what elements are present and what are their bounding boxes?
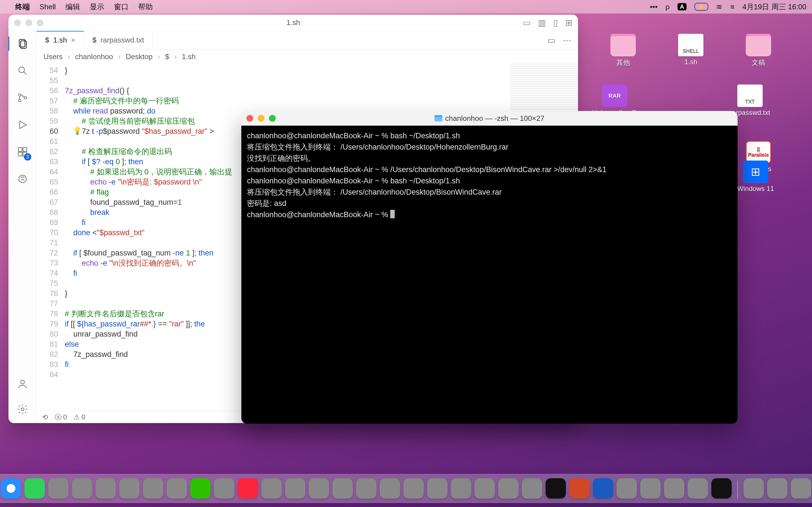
dock-app-appgeneric[interactable] (664, 478, 684, 499)
dock-app-word[interactable] (593, 478, 613, 499)
menu-extra-icon[interactable]: ρ (665, 3, 670, 11)
dock-app-music[interactable] (238, 478, 258, 499)
code-line[interactable]: 7z t -p$password "$has_passwd_rar" > (65, 126, 232, 136)
code-line[interactable]: fi (65, 268, 232, 278)
menubar-clock[interactable]: 4月19日 周三 16:00 (742, 2, 806, 12)
menubar-item[interactable]: 显示 (90, 2, 104, 12)
layout-icon[interactable]: ▭ (523, 18, 530, 27)
dock-app-appgeneric[interactable] (427, 478, 448, 499)
fullscreen-icon[interactable] (37, 19, 43, 26)
close-icon[interactable] (14, 19, 21, 26)
dock-app-appgeneric[interactable] (498, 478, 518, 499)
code-line[interactable]: # 尝试使用当前密码解压缩压缩包 (65, 116, 232, 126)
code-line[interactable]: else (65, 339, 232, 349)
window-traffic-lights[interactable] (246, 115, 276, 122)
code-line[interactable] (65, 75, 232, 86)
dock-app-appgeneric[interactable] (640, 478, 661, 499)
code-body[interactable]: } 7z_passwd_find() { # 遍历密码文件中的每一行密码 whi… (65, 64, 232, 411)
remote-indicator-icon[interactable]: ⟲ (42, 413, 48, 421)
code-line[interactable]: if [ $? -eq 0 ]; then (65, 157, 232, 167)
editor-tab[interactable]: $rarpasswd.txt (84, 31, 153, 49)
battery-icon[interactable]: ⚡ (695, 3, 708, 11)
code-line[interactable]: found_passwd_tag_num=1 (65, 197, 232, 207)
dock-app-iterm[interactable] (546, 478, 566, 499)
dock-app-appgeneric[interactable] (403, 478, 424, 499)
layout-icon[interactable]: ▥ (538, 18, 546, 27)
lightbulb-icon[interactable]: 💡 (73, 126, 82, 136)
dock-app-wechat[interactable] (190, 478, 211, 499)
menu-extra-icon[interactable]: ••• (650, 3, 658, 11)
code-line[interactable]: fi (65, 359, 232, 370)
close-icon[interactable] (246, 115, 253, 122)
dock-app-messages[interactable] (24, 478, 45, 499)
dock-app-appgeneric[interactable] (617, 478, 637, 499)
window-traffic-lights[interactable] (14, 19, 43, 26)
source-control-icon[interactable] (15, 91, 30, 105)
dock-app-appgeneric[interactable] (214, 478, 234, 499)
dock-app-appgeneric[interactable] (451, 478, 471, 499)
code-line[interactable]: break (65, 207, 232, 217)
terminal-body[interactable]: chanlonhoo@chanlondeMacBook-Air ~ % bash… (241, 126, 738, 424)
code-line[interactable]: } (65, 288, 232, 298)
search-icon[interactable] (15, 64, 30, 78)
minimize-icon[interactable] (258, 115, 264, 122)
dock-app-appgeneric[interactable] (48, 478, 68, 499)
code-line[interactable]: echo -e "\n密码是: $password \n" (65, 177, 232, 187)
code-line[interactable]: fi (65, 217, 232, 228)
warnings-count[interactable]: ⚠ 0 (73, 413, 85, 421)
code-line[interactable]: # 遍历密码文件中的每一行密码 (65, 96, 232, 106)
dock-app-ppt[interactable] (569, 478, 590, 499)
copilot-icon[interactable] (15, 172, 30, 186)
dock-app-appgeneric[interactable] (356, 478, 376, 499)
extensions-icon[interactable]: 3 (15, 145, 30, 159)
dock-app-appgeneric[interactable] (333, 478, 353, 499)
dock-app-safari[interactable] (1, 478, 21, 499)
control-center-icon[interactable]: ≡ (730, 3, 734, 11)
code-line[interactable]: # flag (65, 187, 232, 197)
dock-app-appgeneric[interactable] (767, 478, 788, 499)
more-actions-icon[interactable]: ⋯ (563, 35, 571, 45)
close-tab-icon[interactable]: × (71, 36, 75, 45)
code-line[interactable]: echo -e "\n没找到正确的密码。\n" (65, 258, 232, 268)
dock-app-iterm[interactable] (711, 478, 732, 499)
code-line[interactable]: if [ $found_passwd_tag_num -ne 1 ]; then (65, 248, 232, 258)
dock-app-appgeneric[interactable] (285, 478, 305, 499)
code-line[interactable]: # 检查解压缩命令的退出码 (65, 147, 232, 157)
explorer-icon[interactable] (15, 37, 30, 51)
fullscreen-icon[interactable] (269, 115, 276, 122)
layout-icon[interactable]: ▯ (553, 18, 558, 27)
errors-count[interactable]: ⓧ 0 (55, 413, 67, 421)
menubar-item[interactable]: 帮助 (138, 2, 153, 12)
breadcrumb-item[interactable]: Users (43, 52, 63, 61)
code-line[interactable] (65, 278, 232, 288)
layout-icon[interactable]: ⊞ (565, 18, 572, 27)
code-line[interactable]: # 如果退出码为 0，说明密码正确，输出提 (65, 167, 232, 177)
breadcrumb-item[interactable]: 1.sh (182, 52, 196, 61)
dock-app-appgeneric[interactable] (309, 478, 329, 499)
dock-app-appgeneric[interactable] (143, 478, 163, 499)
terminal-titlebar[interactable]: chanlonhoo — -zsh — 100×27 (241, 111, 738, 126)
menubar-item[interactable]: 窗口 (114, 2, 129, 12)
dock-app-appgeneric[interactable] (261, 478, 282, 499)
breadcrumb-item[interactable]: Desktop (126, 52, 153, 61)
code-line[interactable]: done <"$passwd_txt" (65, 228, 232, 238)
breadcrumb-item[interactable]: chanlonhoo (75, 52, 113, 61)
dock-app-appgeneric[interactable] (96, 478, 116, 499)
settings-gear-icon[interactable] (15, 402, 30, 416)
desktop-icon[interactable]: 其他 (601, 34, 646, 67)
dock-app-appgeneric[interactable] (167, 478, 187, 499)
input-method-icon[interactable]: A (677, 3, 687, 10)
split-editor-icon[interactable]: ▭ (548, 35, 555, 45)
dock-app-appgeneric[interactable] (522, 478, 542, 499)
code-line[interactable] (65, 136, 232, 147)
code-line[interactable]: 7z_passwd_find() { (65, 86, 232, 96)
desktop-icon[interactable]: ⊞Windows 11 (733, 161, 778, 193)
dock-app-appgeneric[interactable] (72, 478, 92, 499)
dock-app-appgeneric[interactable] (791, 478, 811, 499)
run-debug-icon[interactable] (15, 118, 30, 132)
breadcrumb-item[interactable]: $ (165, 52, 169, 61)
minimize-icon[interactable] (26, 19, 32, 26)
menubar-app-name[interactable]: 终端 (15, 2, 30, 12)
menubar-item[interactable]: 编辑 (65, 2, 80, 12)
menubar-item[interactable]: Shell (40, 3, 56, 11)
